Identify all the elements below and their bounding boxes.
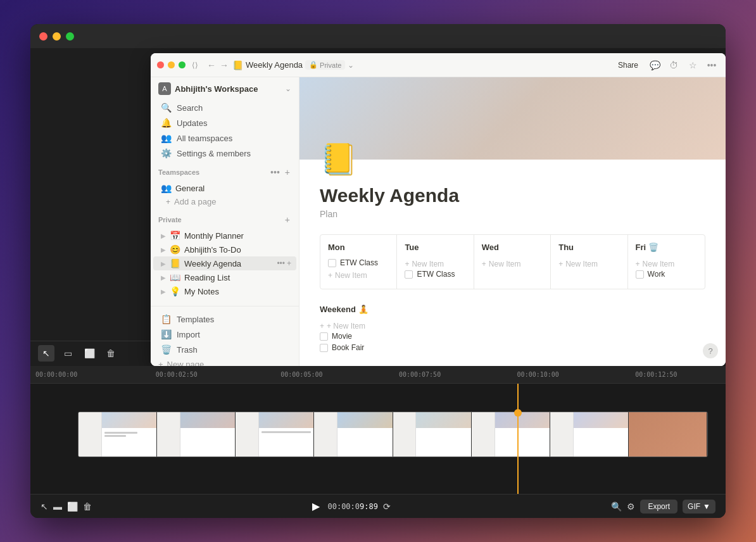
breadcrumb-title[interactable]: Weekly Agenda (246, 60, 303, 70)
mon-etw-label: ETW Class (340, 258, 378, 267)
outer-titlebar (30, 24, 726, 48)
my-notes-name: My Notes (184, 287, 291, 296)
weekend-header: Weekend 🧘 (320, 305, 705, 314)
crop-button[interactable]: ⬜ (67, 501, 78, 512)
thumb-7 (550, 412, 629, 457)
sidebar-item-settings-label: Settings & members (177, 149, 251, 158)
timeline-search-button[interactable]: 🔍 (611, 501, 622, 512)
private-section-title: Private (158, 216, 182, 224)
sidebar-item-my-notes[interactable]: ▶ 💡 My Notes (153, 284, 296, 298)
notion-minimize-button[interactable] (168, 61, 175, 68)
weekend-bookfair-checkbox[interactable] (320, 344, 328, 352)
export-button[interactable]: Export (640, 500, 677, 514)
page-title[interactable]: Weekly Agenda (320, 185, 705, 206)
timeline-settings-button[interactable]: ⚙ (627, 501, 635, 512)
help-button[interactable]: ? (703, 343, 718, 358)
teamspaces-actions: ••• + (269, 166, 291, 179)
thu-add-item[interactable]: +New Item (558, 258, 619, 270)
import-icon: ⬇️ (161, 329, 172, 339)
weekly-agenda-options[interactable]: ••• (277, 259, 285, 268)
fri-work-checkbox[interactable] (636, 270, 644, 279)
teamspaces-icon: 👥 (161, 133, 172, 143)
sidebar-item-import[interactable]: ⬇️ Import (153, 327, 296, 342)
day-column-thu: Thu +New Item (551, 235, 627, 289)
format-chevron-icon: ▼ (703, 502, 710, 511)
teamspaces-add-button[interactable]: + (284, 166, 291, 179)
comment-button[interactable]: 💬 (647, 58, 662, 73)
notion-sidebar: A Abhijith's Workspace ⌄ 🔍 Search 🔔 Upda… (151, 77, 299, 366)
nav-back-button[interactable]: ← (207, 60, 216, 70)
weekend-item-bookfair: Book Fair (320, 343, 705, 352)
weekly-agenda-actions: ••• + (277, 259, 291, 268)
private-add-button[interactable]: + (284, 213, 291, 226)
sidebar-item-trash[interactable]: 🗑️ Trash (153, 342, 296, 357)
sidebar-item-teamspaces[interactable]: 👥 All teamspaces (153, 130, 296, 146)
thumb-6 (472, 412, 550, 457)
sidebar-item-reading-list[interactable]: ▶ 📖 Reading List (153, 270, 296, 284)
workspace-selector[interactable]: A Abhijith's Workspace ⌄ (151, 77, 299, 100)
timeline-body[interactable] (30, 384, 726, 494)
wed-add-item[interactable]: +New Item (482, 258, 543, 270)
cursor-tool[interactable]: ↖ (38, 345, 54, 362)
sidebar-item-search[interactable]: 🔍 Search (153, 100, 296, 115)
general-page-icon: 👥 (161, 183, 172, 193)
cursor-mode-button[interactable]: ↖ (41, 501, 48, 512)
rectangle-tool[interactable]: ▭ (60, 345, 76, 362)
notion-body: A Abhijith's Workspace ⌄ 🔍 Search 🔔 Upda… (151, 77, 726, 366)
mon-etw-checkbox[interactable] (328, 259, 336, 267)
sidebar-item-weekly-agenda[interactable]: ▶ 📒 Weekly Agenda ••• + (153, 256, 296, 270)
sidebar-item-general[interactable]: 👥 General (153, 181, 296, 195)
reading-list-name: Reading List (184, 273, 291, 282)
breadcrumb: 📒 Weekly Agenda 🔒Private ⌄ (232, 60, 354, 70)
mon-add-item[interactable]: +New Item (328, 270, 389, 281)
outer-maximize-button[interactable] (66, 32, 74, 41)
notion-main-content: 📒 Weekly Agenda Plan Mon (299, 77, 726, 366)
play-button[interactable]: ▶ (312, 500, 320, 512)
format-selector[interactable]: GIF ▼ (683, 500, 715, 514)
share-button[interactable]: Share (613, 59, 643, 72)
outer-close-button[interactable] (39, 32, 47, 41)
breadcrumb-icon: 📒 (232, 60, 243, 70)
frame-tool[interactable]: ⬜ (81, 345, 98, 362)
tue-etw-checkbox[interactable] (405, 270, 413, 279)
notion-close-button[interactable] (157, 61, 164, 68)
sidebar-item-monthly-planner[interactable]: ▶ 📅 Monthly Planner (153, 229, 296, 243)
workspace-avatar: A (158, 82, 171, 95)
new-page-button[interactable]: + New page (151, 357, 299, 366)
weekend-add-item[interactable]: ++ New Item (320, 320, 705, 332)
monthly-planner-icon: 📅 (170, 230, 180, 241)
weekend-movie-checkbox[interactable] (320, 332, 328, 341)
delete-frame-button[interactable]: 🗑 (83, 501, 92, 512)
updates-button[interactable]: ⏱ (666, 58, 681, 73)
delete-tool[interactable]: 🗑 (103, 345, 119, 362)
sidebar-item-templates[interactable]: 📋 Templates (153, 312, 296, 327)
sidebar-item-teamspaces-label: All teamspaces (177, 134, 232, 143)
day-header-fri: Fri 🗑️ (636, 243, 697, 252)
more-button[interactable]: ••• (704, 58, 719, 73)
notion-maximize-button[interactable] (179, 61, 186, 68)
ruler-mark-0: 00:00:00:00 (35, 371, 77, 378)
notion-nav: ← → 📒 Weekly Agenda 🔒Private ⌄ (207, 60, 609, 70)
weekend-bookfair-label: Book Fair (332, 343, 364, 352)
nav-forward-button[interactable]: → (220, 60, 229, 70)
notion-collapse-sidebar[interactable]: ⟨⟩ (192, 61, 198, 70)
subtitle-button[interactable]: ▬ (53, 501, 62, 512)
monthly-planner-chevron: ▶ (161, 232, 166, 239)
sidebar-item-abhijith-todo[interactable]: ▶ 😊 Abhijith's To-Do (153, 243, 296, 256)
weekly-agenda-add[interactable]: + (287, 259, 291, 268)
teamspaces-options-button[interactable]: ••• (269, 166, 281, 179)
favorite-button[interactable]: ☆ (685, 58, 700, 73)
workspace-chevron-icon: ⌄ (285, 84, 291, 93)
ruler-mark-5: 00:00:12:50 (635, 371, 677, 378)
sidebar-item-updates[interactable]: 🔔 Updates (153, 115, 296, 130)
outer-minimize-button[interactable] (53, 32, 61, 41)
sidebar-item-settings[interactable]: ⚙️ Settings & members (153, 146, 296, 161)
tue-add-item-top[interactable]: +New Item (405, 258, 465, 270)
new-page-icon: + (158, 360, 163, 366)
day-column-mon: Mon ETW Class +New Item (320, 235, 397, 289)
ruler-mark-1: 00:00:02:50 (156, 371, 198, 378)
fri-add-item[interactable]: +New Item (636, 258, 697, 270)
sidebar-add-teamspace-page[interactable]: + Add a page (153, 195, 296, 208)
mon-item-etw: ETW Class (328, 258, 389, 267)
loop-button[interactable]: ⟳ (383, 501, 391, 512)
